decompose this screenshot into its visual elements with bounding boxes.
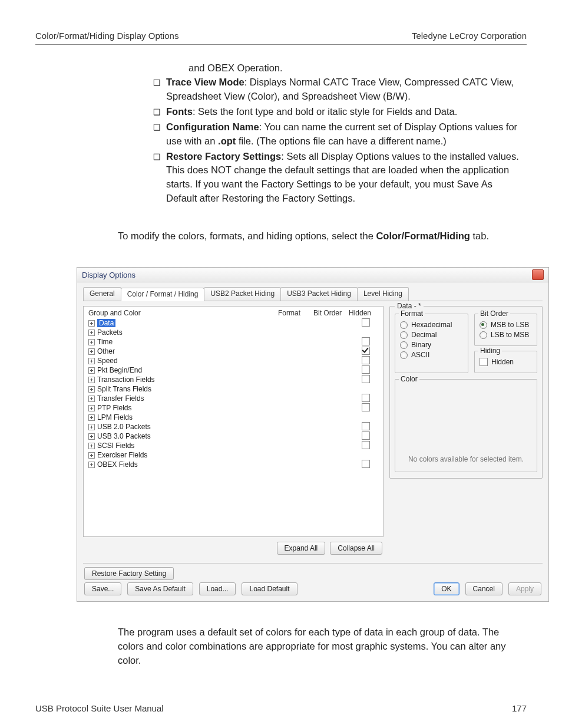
apply-button[interactable]: Apply bbox=[508, 582, 541, 595]
tree-label[interactable]: Speed bbox=[97, 357, 353, 365]
hidden-checkbox[interactable] bbox=[362, 356, 370, 364]
tree-header: Group and Color Format Bit Order Hidden bbox=[84, 307, 383, 318]
expand-icon[interactable] bbox=[88, 320, 95, 327]
tree-label[interactable]: Transfer Fields bbox=[97, 394, 353, 403]
ok-button[interactable]: OK bbox=[434, 582, 459, 595]
tree-label[interactable]: Packets bbox=[97, 328, 353, 337]
format-option[interactable]: ASCII bbox=[400, 351, 463, 359]
tree-row[interactable]: USB 3.0 Packets bbox=[84, 431, 383, 441]
expand-icon[interactable] bbox=[88, 348, 95, 355]
restore-factory-button[interactable]: Restore Factory Setting bbox=[84, 567, 174, 580]
expand-icon[interactable] bbox=[88, 462, 95, 468]
load-button[interactable]: Load... bbox=[199, 582, 236, 595]
tree-label[interactable]: OBEX Fields bbox=[97, 460, 353, 469]
tree-label[interactable]: Split Trans Fields bbox=[97, 385, 353, 393]
tab-level-hiding[interactable]: Level Hiding bbox=[357, 287, 409, 301]
tree-row[interactable]: Transaction Fields bbox=[84, 375, 383, 384]
close-icon[interactable] bbox=[532, 269, 544, 280]
bitorder-option[interactable]: MSB to LSB bbox=[480, 321, 532, 329]
hidden-checkbox[interactable] bbox=[480, 358, 488, 366]
tree-row[interactable]: Packets bbox=[84, 328, 383, 337]
expand-icon[interactable] bbox=[88, 414, 95, 421]
expand-icon[interactable] bbox=[88, 424, 95, 430]
tab-general[interactable]: General bbox=[83, 287, 121, 301]
tree-row[interactable]: Exerciser Fields bbox=[84, 450, 383, 460]
expand-all-button[interactable]: Expand All bbox=[277, 542, 326, 555]
tree-row[interactable]: Time bbox=[84, 337, 383, 347]
radio-icon[interactable] bbox=[400, 341, 408, 349]
tree-label[interactable]: LPM Fields bbox=[97, 413, 353, 421]
tree-label[interactable]: Other bbox=[97, 347, 353, 355]
tree-label[interactable]: PTP Fields bbox=[97, 404, 353, 412]
expand-icon[interactable] bbox=[88, 339, 95, 345]
expand-icon[interactable] bbox=[88, 396, 95, 402]
tree-row[interactable]: OBEX Fields bbox=[84, 460, 383, 469]
dialog-title: Display Options bbox=[82, 271, 135, 279]
tree-label[interactable]: Exerciser Fields bbox=[97, 451, 353, 459]
hidden-checkbox[interactable] bbox=[362, 394, 370, 402]
tree-row[interactable]: USB 2.0 Packets bbox=[84, 422, 383, 431]
display-options-dialog: Display Options GeneralColor / Format / … bbox=[77, 267, 549, 602]
tree-label[interactable]: USB 3.0 Packets bbox=[97, 432, 353, 440]
tree-row[interactable]: Split Trans Fields bbox=[84, 384, 383, 394]
format-label: ASCII bbox=[411, 351, 429, 359]
tab-color-format-hiding[interactable]: Color / Format / Hiding bbox=[121, 288, 205, 301]
radio-icon[interactable] bbox=[400, 331, 408, 339]
radio-icon[interactable] bbox=[480, 331, 487, 339]
expand-icon[interactable] bbox=[88, 433, 95, 440]
expand-icon[interactable] bbox=[88, 443, 95, 449]
format-option[interactable]: Decimal bbox=[400, 331, 463, 339]
tab-usb2-packet-hiding[interactable]: USB2 Packet Hiding bbox=[204, 287, 281, 301]
group-tree[interactable]: Group and Color Format Bit Order Hidden … bbox=[83, 306, 384, 537]
tree-row[interactable]: PTP Fields bbox=[84, 403, 383, 413]
expand-icon[interactable] bbox=[88, 330, 95, 336]
hidden-checkbox[interactable] bbox=[362, 431, 370, 440]
bullet-term: Restore Factory Settings bbox=[166, 151, 281, 162]
cancel-button[interactable]: Cancel bbox=[465, 582, 503, 595]
expand-icon[interactable] bbox=[88, 367, 95, 374]
bullet-icon: ❑ bbox=[153, 120, 166, 149]
collapse-all-button[interactable]: Collapse All bbox=[330, 542, 382, 555]
expand-icon[interactable] bbox=[88, 386, 95, 393]
color-legend: Color bbox=[399, 375, 419, 383]
tree-label[interactable]: SCSI Fields bbox=[97, 442, 353, 450]
format-option[interactable]: Hexadecimal bbox=[400, 321, 463, 329]
tree-row[interactable]: Data bbox=[84, 318, 383, 328]
save-button[interactable]: Save... bbox=[84, 582, 121, 595]
bullet-term: Trace View Mode bbox=[166, 77, 244, 87]
tree-row[interactable]: Transfer Fields bbox=[84, 394, 383, 403]
hidden-checkbox[interactable] bbox=[362, 347, 370, 355]
tree-label[interactable]: Transaction Fields bbox=[97, 375, 353, 384]
tree-row[interactable]: SCSI Fields bbox=[84, 441, 383, 450]
tree-label[interactable]: Data bbox=[97, 319, 115, 327]
hidden-checkbox[interactable] bbox=[362, 337, 370, 345]
radio-icon[interactable] bbox=[400, 321, 408, 329]
expand-icon[interactable] bbox=[88, 405, 95, 411]
tree-row[interactable]: Other bbox=[84, 347, 383, 356]
radio-icon[interactable] bbox=[480, 321, 487, 329]
hidden-checkbox[interactable] bbox=[362, 460, 370, 468]
load-default-button[interactable]: Load Default bbox=[242, 582, 297, 595]
hidden-checkbox[interactable] bbox=[362, 422, 370, 430]
tree-label[interactable]: USB 2.0 Packets bbox=[97, 423, 353, 431]
tree-row[interactable]: LPM Fields bbox=[84, 413, 383, 422]
hidden-checkbox[interactable] bbox=[362, 318, 370, 327]
hidden-checkbox[interactable] bbox=[362, 375, 370, 383]
format-label: Hexadecimal bbox=[411, 321, 452, 329]
tree-row[interactable]: Pkt Begin/End bbox=[84, 365, 383, 375]
tree-label[interactable]: Time bbox=[97, 338, 353, 346]
expand-icon[interactable] bbox=[88, 452, 95, 459]
save-as-default-button[interactable]: Save As Default bbox=[127, 582, 193, 595]
radio-icon[interactable] bbox=[400, 351, 408, 359]
format-option[interactable]: Binary bbox=[400, 341, 463, 349]
hidden-checkbox[interactable] bbox=[362, 403, 370, 411]
expand-icon[interactable] bbox=[88, 358, 95, 364]
expand-icon[interactable] bbox=[88, 377, 95, 383]
hidden-checkbox[interactable] bbox=[362, 441, 370, 449]
hidden-checkbox[interactable] bbox=[362, 365, 370, 374]
page-footer: USB Protocol Suite User Manual 177 bbox=[35, 703, 527, 713]
tree-row[interactable]: Speed bbox=[84, 356, 383, 365]
tree-label[interactable]: Pkt Begin/End bbox=[97, 366, 353, 374]
tab-usb3-packet-hiding[interactable]: USB3 Packet Hiding bbox=[280, 287, 358, 301]
bitorder-option[interactable]: LSB to MSB bbox=[480, 331, 532, 339]
